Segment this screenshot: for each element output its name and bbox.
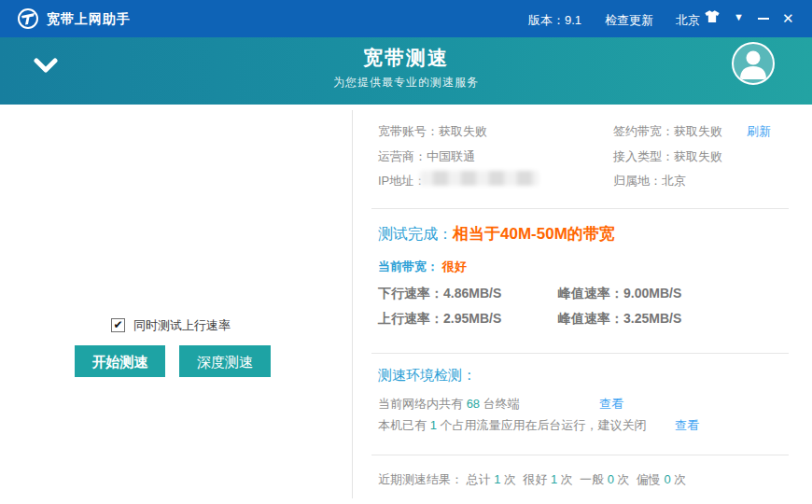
app-title: 宽带上网助手 (47, 11, 131, 28)
upload-test-checkbox[interactable]: ✔ (111, 318, 125, 332)
devices-prefix: 当前网络内共有 (378, 397, 463, 411)
skin-tshirt-icon[interactable] (704, 9, 721, 28)
page-title: 宽带测速 (0, 45, 812, 71)
upload-peak-label: 峰值速率： (558, 311, 623, 326)
city-selector[interactable]: 北京 (676, 12, 700, 29)
location-value: 北京 (662, 174, 686, 188)
access-label: 接入类型： (613, 149, 674, 163)
devices-count: 68 (467, 397, 480, 411)
contract-value: 获取失败 (674, 124, 722, 138)
test-status-label: 测试完成： (378, 226, 453, 242)
devices-view-link[interactable]: 查看 (599, 396, 623, 413)
download-speed: 下行速率：4.86MB/S (378, 286, 501, 302)
recent-good-unit: 次 (561, 472, 573, 486)
devices-row: 当前网络内共有 68 台终端 (378, 396, 520, 413)
apps-view-link[interactable]: 查看 (675, 417, 699, 434)
page-subtitle: 为您提供最专业的测速服务 (0, 75, 812, 91)
account-label: 宽带账号： (378, 124, 439, 138)
divider (371, 208, 789, 209)
devices-suffix: 台终端 (483, 397, 520, 411)
access-row: 接入类型：获取失败 (613, 148, 722, 165)
recent-total-unit: 次 (504, 472, 516, 486)
download-label: 下行速率： (378, 286, 443, 301)
start-test-button[interactable]: 开始测速 (75, 345, 165, 377)
access-value: 获取失败 (674, 149, 722, 163)
location-label: 归属地： (613, 174, 662, 188)
apps-prefix: 本机已有 (378, 418, 427, 432)
test-status-value: 相当于40M-50M的带宽 (453, 225, 615, 243)
minimize-bar (758, 18, 769, 20)
contract-row: 签约带宽：获取失败 (613, 123, 722, 140)
bandwidth-value: 很好 (442, 259, 467, 273)
divider (371, 455, 789, 455)
recent-good-count: 1 (551, 472, 557, 486)
download-value: 4.86MB/S (443, 286, 501, 301)
apps-count: 1 (430, 418, 437, 432)
user-avatar[interactable] (732, 42, 775, 85)
recent-slow-name: 偏慢 (637, 472, 661, 486)
test-result-row: 测试完成：相当于40M-50M的带宽 (378, 223, 615, 245)
detail-panel: 宽带账号：获取失败 签约带宽：获取失败 刷新 运营商：中国联通 接入类型：获取失… (352, 105, 812, 504)
recent-normal-unit: 次 (618, 472, 630, 486)
page-header: 宽带测速 为您提供最专业的测速服务 (0, 37, 812, 105)
recent-total-name: 总计 (467, 472, 491, 486)
upload-speed: 上行速率：2.95MB/S (378, 311, 501, 328)
recent-slow-unit: 次 (674, 472, 686, 486)
isp-label: 运营商： (378, 149, 427, 163)
close-button[interactable]: ✕ (782, 10, 794, 27)
account-row: 宽带账号：获取失败 (378, 123, 487, 140)
download-peak-value: 9.00MB/S (623, 286, 681, 301)
environment-title: 测速环境检测： (378, 367, 476, 385)
bandwidth-label: 当前带宽： (378, 259, 439, 273)
upload-peak-value: 3.25MB/S (623, 311, 681, 326)
bandwidth-row: 当前带宽： 很好 (378, 259, 467, 275)
upload-label: 上行速率： (378, 311, 443, 326)
title-bar: 宽带上网助手 版本：9.1 检查更新 北京 ▼ ✕ (0, 0, 812, 37)
app-logo-icon (17, 7, 39, 30)
ip-address-redacted (420, 171, 539, 186)
recent-slow-count: 0 (664, 472, 670, 486)
isp-value: 中国联通 (427, 149, 475, 163)
ip-label: IP地址： (378, 174, 426, 188)
apps-row: 本机已有 1 个占用流量应用在后台运行，建议关闭 (378, 417, 646, 434)
upload-test-checkbox-label[interactable]: 同时测试上行速率 (133, 317, 231, 334)
recent-normal-count: 0 (608, 472, 614, 486)
isp-row: 运营商：中国联通 (378, 148, 475, 165)
recent-normal-name: 一般 (580, 472, 604, 486)
divider (371, 353, 789, 354)
deep-test-button[interactable]: 深度测速 (179, 345, 271, 377)
refresh-link[interactable]: 刷新 (747, 123, 771, 140)
location-row: 归属地：北京 (613, 173, 686, 189)
recent-good-name: 很好 (523, 472, 547, 486)
version-label: 版本：9.1 (528, 12, 581, 29)
check-update-link[interactable]: 检查更新 (605, 12, 653, 29)
account-value: 获取失败 (439, 124, 487, 138)
download-peak-label: 峰值速率： (558, 286, 623, 301)
upload-peak: 峰值速率：3.25MB/S (558, 311, 681, 328)
recent-label: 近期测速结果： (378, 472, 463, 486)
minimize-button[interactable] (758, 7, 771, 26)
ip-row: IP地址： (378, 173, 426, 189)
upload-value: 2.95MB/S (443, 311, 501, 326)
menu-caret-icon[interactable]: ▼ (734, 11, 744, 22)
download-peak: 峰值速率：9.00MB/S (558, 286, 681, 302)
contract-label: 签约带宽： (613, 124, 674, 138)
recent-total-count: 1 (494, 472, 500, 486)
apps-suffix: 个占用流量应用在后台运行，建议关闭 (440, 418, 646, 432)
recent-results-row: 近期测速结果： 总计 1 次 很好 1 次 一般 0 次 偏慢 0 次 (378, 471, 686, 488)
